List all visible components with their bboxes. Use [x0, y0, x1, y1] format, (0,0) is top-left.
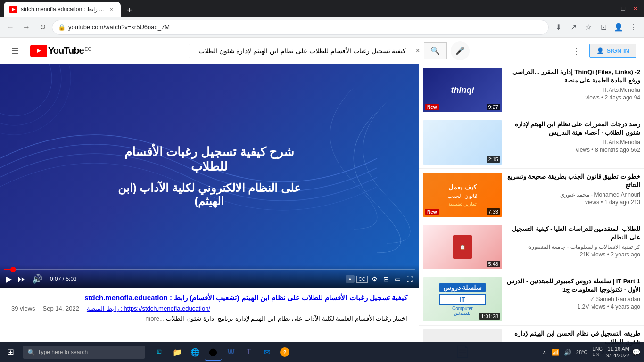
browser-toolbar: ← → ↻ 🔒 youtube.com/watch?v=kr5U6oad_7M … — [0, 17, 644, 38]
subtitles-toggle[interactable]: ● — [346, 275, 355, 283]
youtube-header: ☰ ▶ YouTube EG × 🔍 🎤 ⋮ 👤 SIGN IN — [0, 38, 644, 64]
active-tab[interactable]: ▶ stdch.menofia.education : رابط ... × — [4, 2, 121, 17]
progress-bar-background[interactable] — [4, 269, 415, 270]
more-options-button[interactable]: ⋮ — [567, 41, 586, 60]
more-options-icon[interactable]: ⋮ — [627, 21, 640, 34]
video-background: شرح كيفية تسجيل رغبات الأقسام للطلاب على… — [0, 64, 419, 288]
new-badge: New — [425, 209, 439, 215]
minimize-button[interactable]: — — [605, 3, 616, 14]
maximize-button[interactable]: □ — [619, 3, 627, 14]
captions-button[interactable]: CC — [356, 276, 368, 283]
svg-point-2 — [0, 64, 71, 135]
sign-in-button[interactable]: 👤 SIGN IN — [589, 44, 636, 58]
view-count: 562 views • 8 months ago — [506, 147, 640, 153]
video-duration-badge: 1:01:28 — [479, 313, 500, 320]
download-icon[interactable]: ⬇ — [552, 21, 565, 34]
search-input[interactable] — [189, 44, 412, 58]
start-button[interactable]: ⊞ — [0, 342, 21, 362]
video-player[interactable]: شرح كيفية تسجيل رغبات الأقسام للطلاب على… — [0, 64, 419, 288]
channel-name: كز تقنية الاتصالات والمعلومات - جامعة ال… — [506, 244, 640, 250]
play-button[interactable]: ▶ — [4, 272, 14, 286]
settings-button[interactable]: ⚙ — [370, 273, 380, 285]
thinqi-logo: thinqi — [451, 85, 474, 95]
miniplayer-button[interactable]: ⊟ — [381, 273, 391, 285]
youtube-logo[interactable]: ▶ YouTube EG — [30, 45, 91, 57]
video-title-overlay: شرح كيفية تسجيل رغبات الأقسام للطلاب على… — [105, 145, 314, 208]
item-info: 2- ThinQi (Files, Links) إدارة المقرر ..… — [506, 68, 640, 112]
tab-favicon: ▶ — [9, 6, 17, 13]
chrome-button[interactable]: ⬤ — [205, 344, 222, 361]
teams-button[interactable]: T — [240, 344, 257, 361]
volume-icon[interactable]: 🔊 — [563, 348, 572, 357]
link-prefix: رابط المنصة : — [87, 305, 122, 312]
word-button[interactable]: W — [223, 344, 239, 361]
tab-close-button[interactable]: × — [107, 6, 115, 13]
edge-button[interactable]: 🌐 — [187, 344, 204, 361]
website-link[interactable]: رابط المنصة : https://stdch.menofia.educ… — [87, 305, 210, 312]
video-duration-badge: 2:15 — [487, 156, 500, 163]
item-title: للطلاب المتقدمين للدراسات العليا - كيفية… — [506, 225, 640, 242]
next-button[interactable]: ⏭ — [16, 272, 28, 286]
bookmark-icon[interactable]: ☆ — [582, 21, 595, 34]
search-bar: × — [189, 44, 424, 58]
voice-search-button[interactable]: 🎤 — [451, 41, 470, 60]
window-controls: — □ ✕ — [605, 3, 640, 14]
address-bar[interactable]: 🔒 youtube.com/watch?v=kr5U6oad_7M — [52, 20, 549, 35]
video-overlay-line2: على النظام الالكتروني لكلية الآداب (ابن … — [105, 181, 314, 208]
help-button[interactable]: ? — [276, 344, 293, 361]
edge-icon: 🌐 — [190, 348, 200, 357]
sidebar-item[interactable]: ⋮ 2:15 رصد درجات المقررات على نظام ابن ا… — [419, 116, 644, 169]
file-explorer-button[interactable]: 📁 — [169, 344, 186, 361]
view-count: 94 views • 2 days ago — [506, 94, 640, 101]
outlook-button[interactable]: ✉ — [258, 344, 275, 361]
refresh-button[interactable]: ↻ — [36, 21, 49, 34]
video-duration-badge: 5:48 — [487, 261, 500, 267]
taskbar-app-icons: ⧉ 📁 🌐 ⬤ W T ✉ ? — [151, 344, 293, 361]
menu-icon[interactable]: ☰ — [8, 42, 23, 60]
sidebar-item[interactable]: ⋮ سلسلة دروس IT Computer للمبتدئين 1:01:… — [419, 273, 644, 326]
system-clock[interactable]: 11:16 AM9/14/2022 — [606, 346, 629, 359]
forward-button[interactable]: → — [20, 21, 33, 34]
theater-button[interactable]: ▭ — [393, 273, 403, 285]
account-icon: 👤 — [596, 47, 604, 54]
thumbnail: 2:15 — [423, 120, 502, 165]
show-hidden-icons-button[interactable]: ∧ — [541, 348, 548, 357]
thumbnail: thinqi 9:27 New — [423, 68, 502, 112]
file-explorer-icon: 📁 — [173, 348, 182, 357]
profile-icon[interactable]: 👤 — [612, 21, 625, 34]
split-screen-icon[interactable]: ⊡ — [597, 21, 610, 34]
channel-name: Sameh Ramadan ✓ — [506, 296, 640, 303]
fullscreen-button[interactable]: ⛶ — [405, 273, 415, 285]
sidebar-item[interactable]: 2 ⋮ thinqi 9:27 New 2- ThinQi (Files, Li… — [419, 64, 644, 116]
back-button[interactable]: ← — [4, 21, 17, 34]
video-title[interactable]: كيفية تسجيل رغبات الأقسام للطلاب على نظا… — [11, 294, 407, 302]
browser-titlebar: ▶ stdch.menofia.education : رابط ... × +… — [0, 0, 644, 17]
sidebar-item[interactable]: ⋮ كيف يعمل قانون الجذب تمارين تطبيقية 7:… — [419, 169, 644, 221]
share-icon[interactable]: ↗ — [567, 21, 580, 34]
more-link[interactable]: ...more — [145, 315, 164, 322]
new-tab-button[interactable]: + — [123, 4, 136, 17]
time-display: 0:07 / 5:03 — [50, 276, 77, 282]
channel-name: IT.Arts.Menofia — [506, 87, 640, 93]
teams-icon: T — [247, 348, 251, 356]
video-duration-badge: 9:27 — [487, 104, 500, 110]
current-time: 0:07 — [50, 276, 61, 282]
search-button[interactable]: 🔍 — [424, 42, 447, 59]
publish-date: Sep 14, 2022 — [43, 305, 79, 312]
view-count: 1.2M views • 4 years ago — [506, 304, 640, 310]
network-icon[interactable]: 📶 — [551, 348, 560, 357]
task-view-button[interactable]: ⧉ — [151, 344, 168, 361]
back-icon: ← — [7, 23, 14, 32]
volume-button[interactable]: 🔊 — [30, 272, 44, 286]
sidebar-item[interactable]: ⋮ 📋 5:48 للطلاب المتقدمين للدراسات العلي… — [419, 221, 644, 273]
progress-bar-wrapper[interactable] — [0, 269, 419, 270]
video-duration-badge: 7:33 — [487, 208, 500, 215]
toolbar-right-icons: ⬇ ↗ ☆ ⊡ 👤 ⋮ — [552, 21, 640, 34]
notification-button[interactable]: 💬 — [632, 348, 640, 356]
taskbar-search[interactable]: 🔍 Type here to search — [23, 346, 145, 359]
search-clear-button[interactable]: × — [412, 47, 423, 55]
video-player-area: شرح كيفية تسجيل رغبات الأقسام للطلاب على… — [0, 64, 419, 362]
close-button[interactable]: ✕ — [631, 3, 640, 14]
item-info: للطلاب المتقدمين للدراسات العليا - كيفية… — [506, 225, 640, 269]
language-indicator[interactable]: ENGUS — [591, 346, 603, 359]
